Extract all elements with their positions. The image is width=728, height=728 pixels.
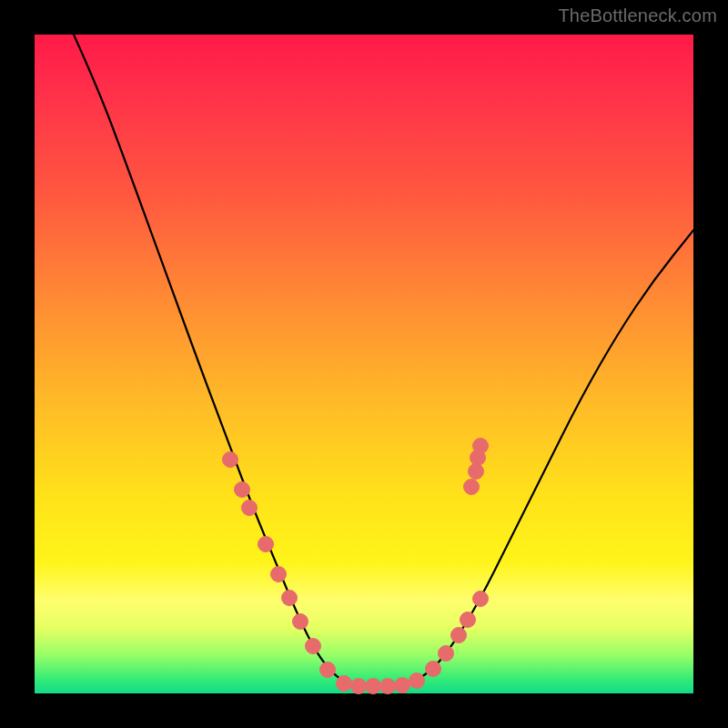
outer-frame: TheBottleneck.com (0, 0, 728, 728)
chart-svg (35, 35, 693, 693)
data-marker (426, 662, 441, 677)
data-marker (258, 537, 274, 552)
data-marker (473, 592, 489, 607)
data-marker (320, 662, 336, 678)
data-marker (223, 452, 238, 468)
data-marker (469, 464, 484, 480)
bottleneck-curve (74, 35, 693, 686)
markers-group (223, 439, 489, 694)
data-marker (366, 679, 381, 694)
data-marker (410, 673, 425, 689)
data-marker (337, 676, 352, 692)
watermark-text: TheBottleneck.com (558, 5, 717, 26)
data-marker (282, 591, 298, 606)
data-marker (395, 678, 410, 693)
data-marker (439, 646, 454, 662)
data-marker (351, 679, 367, 694)
data-marker (242, 500, 258, 516)
data-marker (380, 679, 396, 694)
plot-area (35, 35, 693, 693)
data-marker (293, 614, 308, 630)
data-marker (464, 480, 480, 495)
data-marker (460, 612, 476, 628)
data-marker (306, 639, 321, 654)
data-marker (271, 567, 287, 582)
data-marker (473, 439, 489, 454)
data-marker (451, 628, 467, 643)
data-marker (235, 482, 250, 498)
